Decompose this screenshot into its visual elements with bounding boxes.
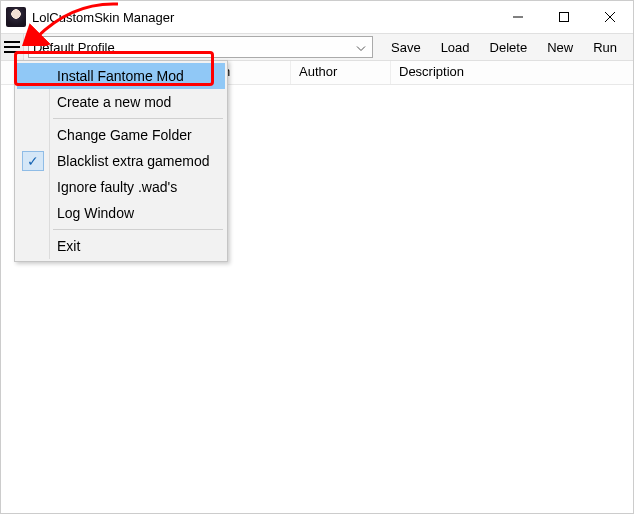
app-icon: [6, 7, 26, 27]
menu-change-game-folder[interactable]: Change Game Folder: [17, 122, 225, 148]
window-title: LolCustomSkin Manager: [32, 10, 174, 25]
menu-item-label: Install Fantome Mod: [57, 68, 184, 84]
svg-rect-1: [560, 13, 569, 22]
menu-button[interactable]: [1, 34, 24, 60]
menu-item-label: Change Game Folder: [57, 127, 192, 143]
window-controls: [495, 1, 633, 33]
menu-ignore-faulty-wads[interactable]: Ignore faulty .wad's: [17, 174, 225, 200]
toolbar: Default Profile Save Load Delete New Run: [1, 33, 633, 61]
run-button[interactable]: Run: [583, 34, 627, 60]
menu-exit[interactable]: Exit: [17, 233, 225, 259]
profile-select-value: Default Profile: [33, 40, 115, 55]
menu-separator: [53, 118, 223, 119]
minimize-button[interactable]: [495, 1, 541, 33]
menu-separator: [53, 229, 223, 230]
menu-install-fantome[interactable]: Install Fantome Mod: [17, 63, 225, 89]
menu-item-label: Log Window: [57, 205, 134, 221]
chevron-down-icon: [356, 40, 366, 55]
column-author[interactable]: Author: [291, 61, 391, 84]
new-button[interactable]: New: [537, 34, 583, 60]
menu-blacklist-gamemodes[interactable]: ✓ Blacklist extra gamemod: [17, 148, 225, 174]
menu-log-window[interactable]: Log Window: [17, 200, 225, 226]
svg-line-3: [605, 12, 615, 22]
load-button[interactable]: Load: [431, 34, 480, 60]
profile-select[interactable]: Default Profile: [28, 36, 373, 58]
titlebar: LolCustomSkin Manager: [1, 1, 633, 33]
check-icon: ✓: [22, 151, 44, 171]
hamburger-icon: [4, 41, 20, 53]
svg-line-2: [605, 12, 615, 22]
delete-button[interactable]: Delete: [480, 34, 538, 60]
column-description[interactable]: Description: [391, 61, 633, 84]
menu-item-label: Ignore faulty .wad's: [57, 179, 177, 195]
menu-create-new-mod[interactable]: Create a new mod: [17, 89, 225, 115]
menu-item-label: Blacklist extra gamemod: [57, 153, 210, 169]
close-button[interactable]: [587, 1, 633, 33]
menu-item-label: Create a new mod: [57, 94, 171, 110]
save-button[interactable]: Save: [381, 34, 431, 60]
maximize-button[interactable]: [541, 1, 587, 33]
menu-item-label: Exit: [57, 238, 80, 254]
main-menu-popup: Install Fantome Mod Create a new mod Cha…: [14, 60, 228, 262]
